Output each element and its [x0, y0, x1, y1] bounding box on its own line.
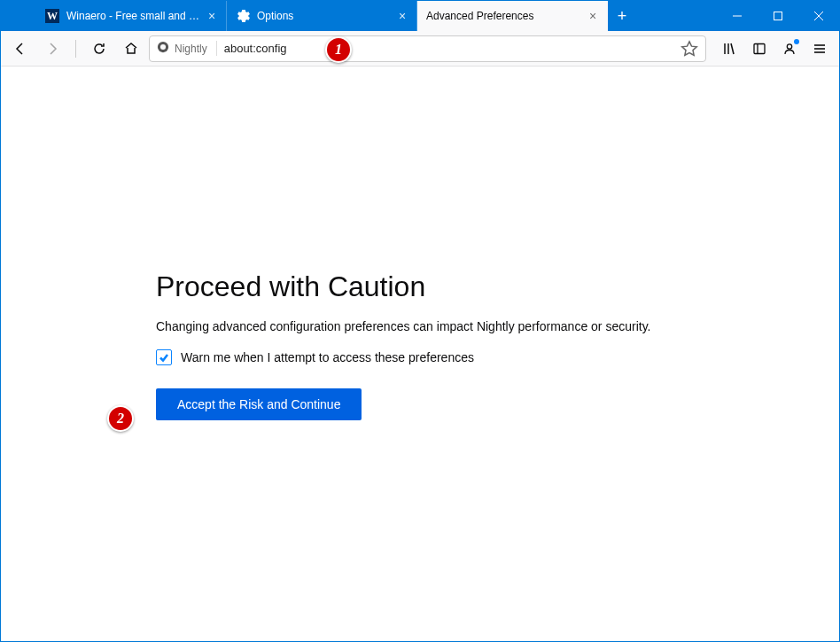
tab-label: Options — [257, 10, 395, 22]
toolbar-right-icons — [715, 35, 834, 63]
svg-rect-9 — [754, 43, 765, 53]
tab-strip: W Winaero - Free small and usef… × Optio… — [36, 1, 608, 31]
identity-label: Nightly — [175, 43, 207, 55]
account-button[interactable] — [775, 35, 804, 63]
accept-risk-button[interactable]: Accept the Risk and Continue — [156, 388, 362, 420]
minimize-button[interactable] — [717, 1, 758, 31]
tab-label: Winaero - Free small and usef… — [66, 10, 205, 22]
page-content: Proceed with Caution Changing advanced c… — [1, 67, 839, 641]
back-button[interactable] — [6, 35, 35, 63]
warn-me-checkbox-row[interactable]: Warn me when I attempt to access these p… — [156, 349, 705, 365]
close-icon[interactable]: × — [586, 9, 600, 23]
tab-options[interactable]: Options × — [227, 1, 417, 31]
svg-line-8 — [731, 43, 734, 54]
window-controls — [717, 1, 839, 31]
menu-button[interactable] — [805, 35, 834, 63]
home-button[interactable] — [117, 35, 145, 63]
warning-text: Changing advanced configuration preferen… — [156, 319, 705, 333]
navigation-toolbar: Nightly about:config — [1, 31, 839, 67]
tab-winaero[interactable]: W Winaero - Free small and usef… × — [36, 1, 227, 31]
winaero-favicon: W — [45, 9, 59, 23]
maximize-button[interactable] — [758, 1, 798, 31]
toolbar-separator — [75, 40, 76, 58]
annotation-badge-1: 1 — [325, 36, 352, 63]
annotation-badge-2: 2 — [107, 405, 134, 432]
reload-button[interactable] — [85, 35, 113, 63]
checkbox-label: Warn me when I attempt to access these p… — [181, 350, 474, 364]
forward-button[interactable] — [38, 35, 66, 63]
url-bar[interactable]: Nightly about:config — [149, 35, 706, 62]
library-button[interactable] — [715, 35, 743, 63]
svg-point-5 — [160, 44, 166, 50]
caution-panel: Proceed with Caution Changing advanced c… — [156, 270, 705, 420]
close-window-button[interactable] — [798, 1, 839, 31]
tab-advanced-preferences[interactable]: Advanced Preferences × — [417, 1, 608, 31]
close-icon[interactable]: × — [205, 9, 219, 23]
svg-rect-1 — [774, 12, 782, 20]
sidebar-button[interactable] — [745, 35, 774, 63]
svg-point-11 — [787, 43, 791, 48]
gear-icon — [236, 9, 250, 23]
checkbox-checked-icon[interactable] — [156, 349, 172, 365]
new-tab-button[interactable]: + — [608, 1, 636, 31]
identity-box[interactable]: Nightly — [157, 41, 217, 56]
firefox-icon — [157, 41, 169, 56]
close-icon[interactable]: × — [395, 9, 409, 23]
tab-label: Advanced Preferences — [426, 10, 586, 22]
page-title: Proceed with Caution — [156, 270, 705, 303]
window-titlebar: W Winaero - Free small and usef… × Optio… — [1, 1, 839, 31]
url-text: about:config — [224, 42, 673, 55]
bookmark-star-icon[interactable] — [681, 40, 698, 58]
